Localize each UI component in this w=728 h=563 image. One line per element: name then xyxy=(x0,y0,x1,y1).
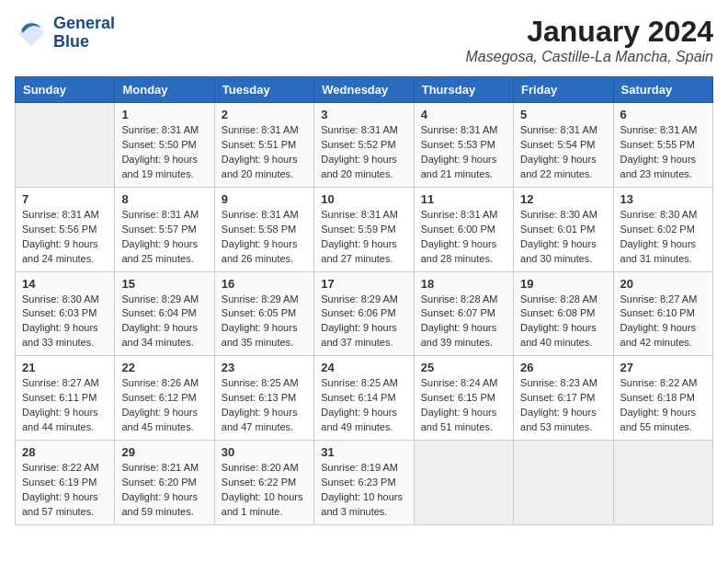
day-number: 8 xyxy=(121,192,207,206)
calendar-cell: 21Sunrise: 8:27 AM Sunset: 6:11 PM Dayli… xyxy=(16,356,115,441)
weekday-header: Wednesday xyxy=(314,77,414,103)
day-number: 18 xyxy=(421,277,506,291)
calendar-cell xyxy=(514,441,613,525)
day-number: 7 xyxy=(22,192,108,206)
day-number: 11 xyxy=(421,192,506,206)
calendar-cell: 3Sunrise: 8:31 AM Sunset: 5:52 PM Daylig… xyxy=(314,103,414,188)
calendar-cell: 30Sunrise: 8:20 AM Sunset: 6:22 PM Dayli… xyxy=(214,441,313,525)
calendar-cell: 28Sunrise: 8:22 AM Sunset: 6:19 PM Dayli… xyxy=(16,441,115,525)
day-info: Sunrise: 8:23 AM Sunset: 6:17 PM Dayligh… xyxy=(520,376,606,435)
day-info: Sunrise: 8:30 AM Sunset: 6:02 PM Dayligh… xyxy=(620,208,706,267)
weekday-header: Monday xyxy=(115,77,214,103)
day-info: Sunrise: 8:31 AM Sunset: 5:58 PM Dayligh… xyxy=(222,208,307,267)
day-info: Sunrise: 8:29 AM Sunset: 6:04 PM Dayligh… xyxy=(121,293,207,351)
day-number: 31 xyxy=(321,445,406,459)
day-info: Sunrise: 8:24 AM Sunset: 6:15 PM Dayligh… xyxy=(421,376,506,435)
calendar-week-row: 7Sunrise: 8:31 AM Sunset: 5:56 PM Daylig… xyxy=(16,187,713,271)
day-info: Sunrise: 8:28 AM Sunset: 6:08 PM Dayligh… xyxy=(520,293,606,351)
day-number: 21 xyxy=(22,361,108,374)
day-number: 16 xyxy=(222,277,307,291)
day-number: 2 xyxy=(222,108,307,121)
calendar-cell: 9Sunrise: 8:31 AM Sunset: 5:58 PM Daylig… xyxy=(214,187,313,271)
calendar-week-row: 14Sunrise: 8:30 AM Sunset: 6:03 PM Dayli… xyxy=(16,271,713,356)
calendar-cell: 15Sunrise: 8:29 AM Sunset: 6:04 PM Dayli… xyxy=(115,271,214,356)
day-info: Sunrise: 8:31 AM Sunset: 5:56 PM Dayligh… xyxy=(22,208,108,267)
calendar-cell: 1Sunrise: 8:31 AM Sunset: 5:50 PM Daylig… xyxy=(115,103,214,188)
day-info: Sunrise: 8:22 AM Sunset: 6:19 PM Dayligh… xyxy=(22,461,108,520)
day-info: Sunrise: 8:31 AM Sunset: 5:53 PM Dayligh… xyxy=(421,123,506,182)
day-number: 23 xyxy=(222,361,307,374)
calendar-week-row: 21Sunrise: 8:27 AM Sunset: 6:11 PM Dayli… xyxy=(16,356,713,441)
day-number: 15 xyxy=(121,277,207,291)
day-number: 4 xyxy=(421,108,506,121)
calendar-cell: 11Sunrise: 8:31 AM Sunset: 6:00 PM Dayli… xyxy=(414,187,513,271)
calendar-cell xyxy=(613,441,712,525)
day-info: Sunrise: 8:30 AM Sunset: 6:01 PM Dayligh… xyxy=(520,208,606,267)
day-number: 12 xyxy=(520,192,606,206)
calendar-week-row: 28Sunrise: 8:22 AM Sunset: 6:19 PM Dayli… xyxy=(16,441,713,525)
day-number: 22 xyxy=(121,361,207,374)
calendar-cell: 20Sunrise: 8:27 AM Sunset: 6:10 PM Dayli… xyxy=(613,271,712,356)
day-info: Sunrise: 8:31 AM Sunset: 6:00 PM Dayligh… xyxy=(421,208,506,267)
calendar-cell: 24Sunrise: 8:25 AM Sunset: 6:14 PM Dayli… xyxy=(314,356,414,441)
day-info: Sunrise: 8:31 AM Sunset: 5:52 PM Dayligh… xyxy=(321,123,406,182)
day-info: Sunrise: 8:28 AM Sunset: 6:07 PM Dayligh… xyxy=(421,293,506,351)
page-header: General Blue January 2024 Masegosa, Cast… xyxy=(15,15,713,65)
weekday-header: Tuesday xyxy=(214,77,313,103)
day-info: Sunrise: 8:25 AM Sunset: 6:14 PM Dayligh… xyxy=(321,376,406,435)
day-info: Sunrise: 8:26 AM Sunset: 6:12 PM Dayligh… xyxy=(121,376,207,435)
calendar-cell: 8Sunrise: 8:31 AM Sunset: 5:57 PM Daylig… xyxy=(115,187,214,271)
calendar-cell: 22Sunrise: 8:26 AM Sunset: 6:12 PM Dayli… xyxy=(115,356,214,441)
month-title: January 2024 xyxy=(466,15,713,49)
day-number: 25 xyxy=(421,361,506,374)
day-number: 3 xyxy=(321,108,406,121)
day-info: Sunrise: 8:27 AM Sunset: 6:11 PM Dayligh… xyxy=(22,376,108,435)
calendar-cell: 5Sunrise: 8:31 AM Sunset: 5:54 PM Daylig… xyxy=(514,103,613,188)
calendar-cell: 14Sunrise: 8:30 AM Sunset: 6:03 PM Dayli… xyxy=(16,271,115,356)
calendar-cell: 25Sunrise: 8:24 AM Sunset: 6:15 PM Dayli… xyxy=(414,356,513,441)
day-number: 19 xyxy=(520,277,606,291)
day-info: Sunrise: 8:29 AM Sunset: 6:06 PM Dayligh… xyxy=(321,293,406,351)
weekday-header: Friday xyxy=(514,77,613,103)
day-number: 24 xyxy=(321,361,406,374)
title-area: January 2024 Masegosa, Castille-La Manch… xyxy=(466,15,713,65)
day-info: Sunrise: 8:31 AM Sunset: 5:50 PM Dayligh… xyxy=(121,123,207,182)
day-info: Sunrise: 8:22 AM Sunset: 6:18 PM Dayligh… xyxy=(620,376,706,435)
calendar-cell: 2Sunrise: 8:31 AM Sunset: 5:51 PM Daylig… xyxy=(214,103,313,188)
calendar-cell: 12Sunrise: 8:30 AM Sunset: 6:01 PM Dayli… xyxy=(514,187,613,271)
day-number: 6 xyxy=(620,108,706,121)
day-number: 9 xyxy=(222,192,307,206)
calendar-cell: 27Sunrise: 8:22 AM Sunset: 6:18 PM Dayli… xyxy=(613,356,712,441)
weekday-header-row: SundayMondayTuesdayWednesdayThursdayFrid… xyxy=(16,77,713,103)
day-number: 14 xyxy=(22,277,108,291)
day-number: 26 xyxy=(520,361,606,374)
day-info: Sunrise: 8:31 AM Sunset: 5:55 PM Dayligh… xyxy=(620,123,706,182)
calendar-cell: 19Sunrise: 8:28 AM Sunset: 6:08 PM Dayli… xyxy=(514,271,613,356)
day-number: 5 xyxy=(520,108,606,121)
day-info: Sunrise: 8:30 AM Sunset: 6:03 PM Dayligh… xyxy=(22,293,108,351)
day-number: 10 xyxy=(321,192,406,206)
calendar-cell xyxy=(414,441,513,525)
weekday-header: Sunday xyxy=(16,77,115,103)
day-info: Sunrise: 8:29 AM Sunset: 6:05 PM Dayligh… xyxy=(222,293,307,351)
day-number: 17 xyxy=(321,277,406,291)
calendar-cell: 4Sunrise: 8:31 AM Sunset: 5:53 PM Daylig… xyxy=(414,103,513,188)
day-number: 28 xyxy=(22,445,108,459)
calendar-week-row: 1Sunrise: 8:31 AM Sunset: 5:50 PM Daylig… xyxy=(16,103,713,188)
logo-icon xyxy=(15,17,48,50)
calendar-cell: 18Sunrise: 8:28 AM Sunset: 6:07 PM Dayli… xyxy=(414,271,513,356)
calendar-cell: 17Sunrise: 8:29 AM Sunset: 6:06 PM Dayli… xyxy=(314,271,414,356)
day-info: Sunrise: 8:20 AM Sunset: 6:22 PM Dayligh… xyxy=(222,461,307,520)
day-info: Sunrise: 8:25 AM Sunset: 6:13 PM Dayligh… xyxy=(222,376,307,435)
calendar-table: SundayMondayTuesdayWednesdayThursdayFrid… xyxy=(15,76,713,525)
day-number: 27 xyxy=(620,361,706,374)
logo-text: General Blue xyxy=(53,15,115,52)
day-number: 29 xyxy=(121,445,207,459)
calendar-cell: 29Sunrise: 8:21 AM Sunset: 6:20 PM Dayli… xyxy=(115,441,214,525)
day-info: Sunrise: 8:31 AM Sunset: 5:54 PM Dayligh… xyxy=(520,123,606,182)
day-number: 13 xyxy=(620,192,706,206)
day-info: Sunrise: 8:21 AM Sunset: 6:20 PM Dayligh… xyxy=(121,461,207,520)
calendar-cell: 6Sunrise: 8:31 AM Sunset: 5:55 PM Daylig… xyxy=(613,103,712,188)
calendar-cell: 13Sunrise: 8:30 AM Sunset: 6:02 PM Dayli… xyxy=(613,187,712,271)
weekday-header: Thursday xyxy=(414,77,513,103)
